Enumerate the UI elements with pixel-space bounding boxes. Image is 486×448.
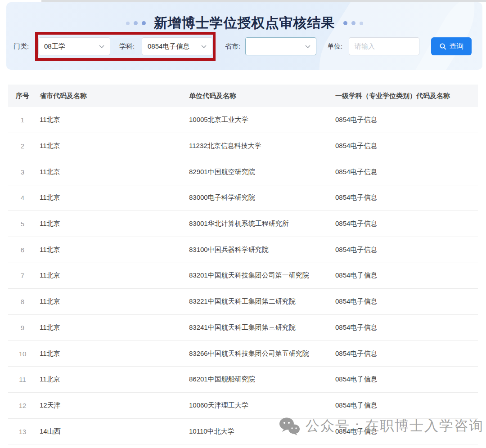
page: 新增博士学位授权点审核结果 门类: 08工学 学科: 0854电子信息	[0, 0, 486, 448]
row-discipline: 0854电子信息	[333, 340, 478, 367]
search-button-label: 查询	[450, 42, 464, 51]
row-no: 5	[8, 211, 37, 237]
column-header-discipline: 一级学科（专业学位类别）代码及名称	[333, 85, 478, 107]
row-discipline: 0854电子信息	[333, 185, 478, 211]
table-row: 411北京83000电子科学研究院0854电子信息	[8, 185, 478, 211]
wechat-icon	[279, 417, 300, 435]
row-discipline: 0854电子信息	[333, 315, 478, 341]
row-unit: 11232北京信息科技大学	[186, 133, 333, 159]
row-province: 11北京	[37, 185, 186, 211]
table-row: 911北京83241中国航天科工集团第三研究院0854电子信息	[8, 315, 478, 341]
row-discipline: 0854电子信息	[333, 393, 478, 419]
title-dots-left	[126, 21, 146, 25]
dot-icon	[142, 21, 146, 25]
row-unit: 83001华北计算机系统工程研究所	[186, 211, 333, 237]
row-province: 11北京	[37, 315, 186, 341]
table-header-row: 序号 省市代码及名称 单位代码及名称 一级学科（专业学位类别）代码及名称	[8, 85, 478, 107]
row-province: 11北京	[37, 263, 186, 289]
province-select[interactable]	[245, 37, 316, 55]
table-row: 811北京83221中国航天科工集团第二研究院0854电子信息	[8, 289, 478, 315]
row-unit: 83221中国航天科工集团第二研究院	[186, 289, 333, 315]
row-province: 11北京	[37, 159, 186, 185]
row-unit: 83266中国航天科技集团公司第五研究院	[186, 340, 333, 367]
row-province: 11北京	[37, 107, 186, 133]
row-no: 2	[8, 133, 37, 159]
row-no: 10	[8, 340, 37, 367]
table-row: 111北京10005北京工业大学0854电子信息	[8, 107, 478, 133]
row-discipline: 0854电子信息	[333, 367, 478, 393]
row-unit: 83100中国兵器科学研究院	[186, 237, 333, 263]
unit-input-placeholder: 请输入	[355, 42, 375, 51]
row-unit: 10005北京工业大学	[186, 107, 333, 133]
row-province: 11北京	[37, 237, 186, 263]
row-discipline: 0854电子信息	[333, 159, 478, 185]
row-discipline: 0854电子信息	[333, 107, 478, 133]
row-province: 11北京	[37, 367, 186, 393]
unit-input[interactable]: 请输入	[349, 37, 419, 55]
watermark: 公众号：在职博士入学咨询	[279, 417, 484, 435]
row-province: 14山西	[37, 418, 186, 444]
table-body: 111北京10005北京工业大学0854电子信息211北京11232北京信息科技…	[8, 107, 478, 444]
row-no: 7	[8, 263, 37, 289]
annotation-red-box	[35, 32, 216, 61]
table-row: 1011北京83266中国航天科技集团公司第五研究院0854电子信息	[8, 340, 478, 367]
row-no: 4	[8, 185, 37, 211]
row-province: 11北京	[37, 289, 186, 315]
table-row: 311北京82901中国航空研究院0854电子信息	[8, 159, 478, 185]
row-unit: 83241中国航天科工集团第三研究院	[186, 315, 333, 341]
column-header-province: 省市代码及名称	[37, 85, 186, 107]
row-no: 6	[8, 237, 37, 263]
watermark-text: 公众号：在职博士入学咨询	[306, 417, 484, 435]
row-discipline: 0854电子信息	[333, 237, 478, 263]
column-header-unit: 单位代码及名称	[186, 85, 333, 107]
dot-icon	[360, 22, 363, 25]
row-province: 11北京	[37, 133, 186, 159]
row-no: 1	[8, 107, 37, 133]
row-no: 8	[8, 289, 37, 315]
row-province: 11北京	[37, 211, 186, 237]
table-row: 211北京11232北京信息科技大学0854电子信息	[8, 133, 478, 159]
page-title: 新增博士学位授权点审核结果	[154, 14, 335, 32]
dot-icon	[351, 21, 356, 25]
row-no: 11	[8, 367, 37, 393]
search-icon	[439, 43, 446, 50]
unit-label: 单位:	[327, 37, 342, 55]
title-dots-right	[343, 21, 363, 25]
province-label: 省市:	[225, 37, 240, 55]
dot-icon	[134, 21, 138, 25]
row-unit: 10060天津理工大学	[186, 393, 333, 419]
row-unit: 86201中国舰船研究院	[186, 367, 333, 393]
row-no: 3	[8, 159, 37, 185]
row-discipline: 0854电子信息	[333, 133, 478, 159]
row-unit: 82901中国航空研究院	[186, 159, 333, 185]
row-province: 12天津	[37, 393, 186, 419]
row-unit: 83000电子科学研究院	[186, 185, 333, 211]
row-unit: 83201中国航天科技集团公司第一研究院	[186, 263, 333, 289]
row-no: 12	[8, 393, 37, 419]
chevron-down-icon	[305, 45, 310, 48]
row-no: 9	[8, 315, 37, 341]
table-row: 1111北京86201中国舰船研究院0854电子信息	[8, 367, 478, 393]
table-row: 511北京83001华北计算机系统工程研究所0854电子信息	[8, 211, 478, 237]
row-no: 13	[8, 418, 37, 444]
dot-icon	[343, 21, 347, 25]
row-discipline: 0854电子信息	[333, 263, 478, 289]
table-row: 1212天津10060天津理工大学0854电子信息	[8, 393, 478, 419]
row-discipline: 0854电子信息	[333, 289, 478, 315]
category-label: 门类:	[14, 37, 29, 55]
results-table: 序号 省市代码及名称 单位代码及名称 一级学科（专业学位类别）代码及名称 111…	[8, 85, 478, 444]
row-province: 11北京	[37, 340, 186, 367]
table-row: 711北京83201中国航天科技集团公司第一研究院0854电子信息	[8, 263, 478, 289]
dot-icon	[126, 22, 130, 25]
row-discipline: 0854电子信息	[333, 211, 478, 237]
search-button[interactable]: 查询	[431, 37, 472, 55]
table-row: 611北京83100中国兵器科学研究院0854电子信息	[8, 237, 478, 263]
column-header-no: 序号	[8, 85, 37, 107]
title-row: 新增博士学位授权点审核结果	[6, 14, 482, 32]
